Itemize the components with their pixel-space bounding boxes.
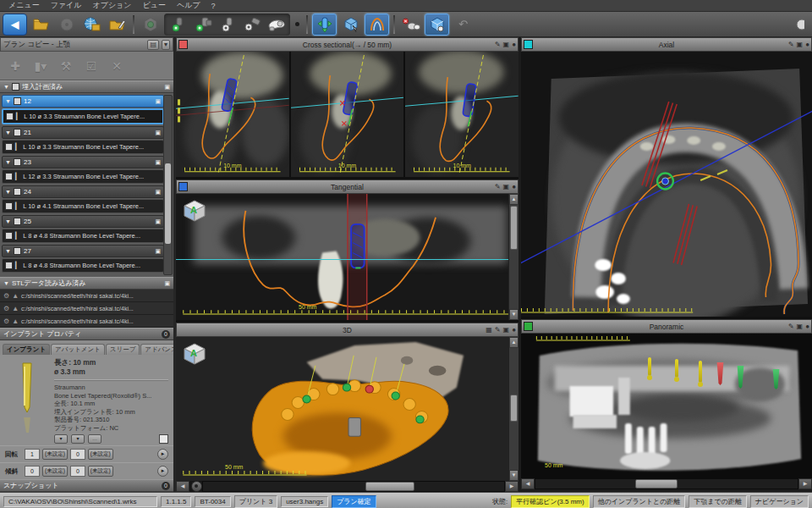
lock-icon[interactable]: ▣ bbox=[155, 189, 161, 196]
visibility-checkbox[interactable] bbox=[5, 232, 13, 240]
scrollbar-thumb[interactable] bbox=[510, 206, 518, 250]
eye-icon[interactable]: ▣ bbox=[164, 280, 170, 287]
middle-horizontal-scrollbar[interactable]: ◀ ▶ bbox=[176, 481, 518, 492]
snapshot-icon[interactable]: ▣ bbox=[503, 183, 510, 190]
axial-viewport[interactable] bbox=[521, 52, 812, 317]
next-variant-button[interactable]: ▾ bbox=[71, 434, 85, 444]
implant-preview[interactable] bbox=[5, 358, 49, 439]
cross-slice-1[interactable]: 10 mm bbox=[176, 52, 289, 177]
tangential-color-square[interactable] bbox=[178, 182, 188, 191]
lock-icon[interactable]: ▲ bbox=[12, 305, 19, 312]
scroll-right-icon[interactable]: ▶ bbox=[798, 478, 812, 489]
edit-icon[interactable]: ✎ bbox=[788, 41, 794, 48]
lock-icon[interactable]: ▣ bbox=[155, 130, 161, 136]
orientation-cube[interactable]: A bbox=[183, 342, 206, 366]
expander-icon[interactable]: ▼ bbox=[5, 189, 11, 195]
record-icon[interactable]: ● bbox=[805, 323, 809, 330]
handpiece-icon[interactable] bbox=[265, 14, 288, 35]
archive-icon[interactable]: ▤ bbox=[147, 40, 159, 50]
detach-button[interactable] bbox=[159, 434, 168, 444]
package-icon[interactable] bbox=[139, 14, 162, 35]
gear-icon[interactable]: ⚙ bbox=[3, 318, 9, 325]
expander-icon[interactable]: ▼ bbox=[5, 130, 11, 135]
cross-slice-2[interactable]: 10 mm bbox=[291, 52, 404, 177]
menu-item[interactable]: ? bbox=[211, 2, 216, 10]
edit-icon[interactable]: ✎ bbox=[495, 183, 501, 190]
back-button[interactable]: ◀ bbox=[3, 14, 27, 36]
expander-icon[interactable]: ▼ bbox=[5, 98, 11, 104]
box-select-icon[interactable] bbox=[339, 14, 362, 35]
axial-header[interactable]: Axial ✎ ▣ ● bbox=[521, 37, 812, 52]
scroll-down-icon[interactable]: ▼ bbox=[509, 470, 518, 481]
tangential-viewport[interactable]: A 50 mm ▲ ▼ bbox=[176, 194, 518, 320]
section-stl-header[interactable]: ▼ STLデータ読み込み済み ▣ bbox=[0, 277, 173, 290]
navigation-label[interactable]: ナビゲーション bbox=[750, 495, 809, 508]
snapshot-icon[interactable]: ▣ bbox=[503, 41, 510, 48]
center-view-button[interactable] bbox=[191, 481, 202, 492]
threed-header[interactable]: 3D ▦ ✎ ▣ ● bbox=[176, 323, 518, 337]
expander-icon[interactable]: ▼ bbox=[5, 159, 11, 165]
distance-implants-label[interactable]: 他のインプラントとの距離 bbox=[593, 495, 686, 508]
implant-item[interactable]: ▎ L 10 ø 4.1 Straumann Bone Level Tapere… bbox=[2, 199, 164, 213]
value-spinner[interactable]: 0 bbox=[25, 466, 40, 477]
folder-edit-icon[interactable] bbox=[106, 14, 129, 35]
properties-tab[interactable]: インプラント bbox=[3, 344, 50, 355]
expander-icon[interactable]: ▼ bbox=[3, 280, 9, 286]
gear-icon[interactable]: ⚙ bbox=[3, 292, 9, 300]
screwdriver-icon[interactable]: ⚒ bbox=[56, 56, 76, 76]
globe-import-icon[interactable] bbox=[80, 14, 103, 35]
tangential-header[interactable]: Tangential ✎ ▣ ● bbox=[176, 179, 518, 194]
implant-pin-yellow[interactable] bbox=[648, 357, 651, 376]
view-cube-icon[interactable] bbox=[425, 14, 449, 36]
cross-color-square[interactable] bbox=[178, 40, 188, 49]
properties-tab[interactable]: アドバンス bbox=[140, 344, 176, 355]
stl-item[interactable]: ⚙ ▲ c:/shinshi/scanned/teeth/hirai sakai… bbox=[0, 302, 173, 315]
disc-icon[interactable] bbox=[55, 14, 78, 35]
implant-item[interactable]: ▎ L 10 ø 3.3 Straumann Bone Level Tapere… bbox=[2, 108, 164, 124]
orientation-cube[interactable]: A bbox=[183, 199, 206, 223]
implant-item[interactable]: ▎ L 10 ø 3.3 Straumann Bone Level Tapere… bbox=[2, 140, 164, 154]
implant-group-header[interactable]: ▼ 27 ▣ bbox=[2, 245, 164, 257]
visibility-checkbox[interactable] bbox=[5, 262, 13, 269]
add-implant-icon[interactable] bbox=[312, 14, 337, 36]
edit-icon[interactable]: ✎ bbox=[495, 326, 501, 334]
axial-color-square[interactable] bbox=[524, 40, 533, 49]
visibility-checkbox[interactable] bbox=[14, 158, 21, 166]
undo-icon[interactable]: ↶ bbox=[452, 14, 475, 35]
implant-item[interactable]: ▎ L 12 ø 3.3 Straumann Bone Level Tapere… bbox=[2, 169, 164, 184]
record-icon[interactable]: ● bbox=[512, 41, 516, 48]
implant-item[interactable]: ▎ L 8 ø 4.8 Straumann Bone Level Tapere.… bbox=[2, 258, 164, 273]
implant-list-button[interactable]: ▮▾ bbox=[30, 56, 51, 76]
edit-icon[interactable]: ✎ bbox=[788, 323, 794, 330]
add-implant-button[interactable]: ✚ bbox=[5, 56, 25, 76]
menu-item[interactable]: ヘルプ bbox=[177, 0, 200, 11]
visibility-checkbox[interactable] bbox=[5, 202, 13, 210]
eye-icon[interactable]: ▣ bbox=[164, 84, 170, 91]
panoramic-viewport[interactable]: 50 mm bbox=[521, 334, 812, 478]
apply-arrow-button[interactable]: ▸ bbox=[157, 449, 168, 460]
visibility-checkbox[interactable] bbox=[14, 129, 21, 136]
snapshot-icon[interactable]: ▣ bbox=[797, 41, 804, 48]
threed-viewport[interactable]: A 50 mm ▲ ▼ bbox=[176, 337, 518, 481]
window-circle-icon[interactable] bbox=[787, 14, 809, 35]
properties-tab[interactable]: スリーブ bbox=[106, 344, 140, 355]
value-spinner[interactable]: 0 bbox=[70, 466, 85, 477]
scroll-track[interactable] bbox=[535, 478, 798, 489]
tangential-scrollbar[interactable]: ▲ ▼ bbox=[508, 194, 518, 320]
threed-scrollbar[interactable]: ▲ ▼ bbox=[508, 337, 518, 481]
value-spinner[interactable]: 1 bbox=[25, 449, 40, 460]
visibility-checkbox[interactable] bbox=[5, 143, 13, 151]
menu-item[interactable]: メニュー bbox=[8, 0, 40, 11]
open-folder-icon[interactable] bbox=[30, 14, 52, 35]
implant-item[interactable]: ▎ L 8 ø 4.8 Straumann Bone Level Tapere.… bbox=[2, 229, 164, 243]
snapshot-icon[interactable]: ▣ bbox=[503, 326, 510, 334]
grid-icon[interactable]: ▦ bbox=[486, 326, 492, 334]
implant-pin-yellow[interactable] bbox=[675, 359, 678, 378]
implant-tool-c-icon[interactable] bbox=[216, 14, 239, 35]
right-horizontal-scrollbar[interactable]: ◀ ▶ bbox=[521, 478, 812, 489]
expander-icon[interactable]: ▼ bbox=[5, 218, 11, 224]
menu-item[interactable]: オプション bbox=[92, 0, 131, 11]
scroll-left-icon[interactable]: ◀ bbox=[521, 478, 535, 489]
apply-arrow-button[interactable]: ▸ bbox=[157, 466, 168, 477]
record-icon[interactable]: ● bbox=[512, 326, 516, 334]
